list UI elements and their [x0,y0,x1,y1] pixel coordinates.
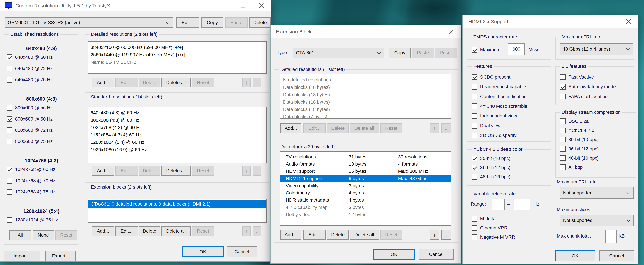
resolution-checkbox-row[interactable]: 640x480 @ 75 Hz [7,74,76,85]
checkbox[interactable] [560,118,566,124]
list-item[interactable]: 1152x864 (4:3) @ 60 Hz [88,131,266,139]
minimize-button[interactable] [215,0,234,11]
checkbox[interactable] [7,217,12,223]
close-button[interactable] [619,15,638,28]
checkbox[interactable] [7,54,12,60]
data-block-row[interactable]: HDMI support 15 bytes Max: 300 MHz [280,168,451,175]
checkbox[interactable] [7,167,12,172]
extension-edit-button[interactable]: Edit... [116,226,138,236]
list-item[interactable]: Data blocks (18 bytes) [280,91,451,98]
dsc-checkbox-row[interactable]: YCbCr 4:2:0 [560,126,634,135]
ext-detailed-add-button[interactable]: Add... [280,123,301,133]
feature-checkbox-row[interactable]: Independent view [472,111,547,121]
checkbox[interactable] [472,216,478,222]
checkbox[interactable] [472,123,478,129]
resolution-checkbox-row[interactable]: 1024x768 @ 60 Hz [7,164,76,175]
feature-checkbox-row[interactable]: SCDC present [472,72,547,82]
delete-display-button[interactable]: Delete [250,17,271,28]
checkbox[interactable] [7,116,12,122]
dsc-checkbox-row[interactable]: 36-bit (12 bpc) [560,144,634,153]
dsc-checkbox-row[interactable]: DSC 1.2a [560,116,634,126]
list-item[interactable]: Data blocks (18 bytes) [280,84,451,91]
dsc-checkbox-row[interactable]: 48-bit (16 bpc) [560,153,634,163]
checkbox[interactable] [7,127,12,133]
max-chunk-field[interactable] [606,230,617,243]
checkbox[interactable] [472,174,478,180]
feature-checkbox-row[interactable]: Read request capable [472,82,547,92]
close-button[interactable] [442,25,460,38]
data-blocks-delete-button[interactable]: Delete [327,230,349,240]
list-item[interactable]: Data blocks (7 bytes) [280,113,451,119]
list-item[interactable]: 3840x2160 @ 60.000 Hz (594.00 MHz) [+/+] [88,44,266,51]
checkbox[interactable] [560,164,566,170]
list-item[interactable]: 1280x1024 (5:4) @ 60 Hz [88,139,266,146]
checkbox[interactable] [560,137,566,142]
vrr-checkbox-row[interactable]: Negative M VRR [472,233,547,242]
list-item[interactable]: CTA-861: 0 detailed resolutions, 9 data … [88,201,266,208]
checkbox[interactable] [7,105,12,111]
checkbox[interactable] [472,74,478,80]
feature-checkbox-row[interactable]: Fast Vactive [560,72,632,82]
close-button[interactable] [252,0,271,11]
data-blocks-move-down-button[interactable]: ↓ [441,230,451,240]
resolution-checkbox-row[interactable]: 1280x1024 @ 75 Hz [7,214,76,226]
data-block-row[interactable]: HDR static metadata 4 bytes [280,197,451,204]
list-item[interactable]: Name: LG TV SSCR2 [88,58,266,66]
dsc-checkbox-row[interactable]: 30-bit (10 bpc) [560,135,634,144]
hdmi-cancel-button[interactable]: Cancel [599,251,634,262]
data-block-row[interactable]: Video capability 3 bytes [280,182,451,189]
vrr-range-max-field[interactable] [514,199,530,210]
data-blocks-move-up-button[interactable]: ↑ [430,230,440,240]
extension-add-button[interactable]: Add... [92,226,114,236]
data-block-row[interactable]: Audio formats 13 bytes 4 formats [280,160,451,168]
frl-selector[interactable]: 48 Gbps (12 x 4 lanes) [560,43,634,55]
main-titlebar[interactable]: Custom Resolution Utility 1.5.1 by Toast… [0,0,271,11]
main-cancel-button[interactable]: Cancel [227,247,257,257]
max-slices-selector[interactable]: Not supported [560,215,634,226]
vrr-checkbox-row[interactable]: M delta [472,214,547,223]
data-blocks-list[interactable]: TV resolutions 31 bytes 30 resolutions A… [280,151,452,226]
display-selector[interactable]: GSM0001 - LG TV SSCR2 (active) [5,17,173,28]
list-item[interactable]: 2560x1440 @ 119.997 Hz (497.75 MHz) [+/+… [88,51,266,58]
checkbox[interactable] [560,94,566,99]
ext-copy-button[interactable]: Copy [389,48,410,58]
checkbox[interactable] [472,156,478,161]
checkbox[interactable] [560,74,566,80]
deep-color-checkbox-row[interactable]: 48-bit (16 bpc) [472,172,547,181]
detailed-add-button[interactable]: Add... [92,78,114,87]
standard-add-button[interactable]: Add... [92,166,114,176]
checkbox[interactable] [472,103,478,109]
checkbox[interactable] [560,155,566,161]
resolution-checkbox-row[interactable]: 1024x768 @ 75 Hz [7,186,76,198]
data-block-row[interactable]: HDMI 2.1 support 9 bytes Max: 48 Gbps [280,175,451,182]
type-selector[interactable]: CTA-861 [293,48,384,58]
data-blocks-delete-all-button[interactable]: Delete all [350,230,379,240]
checkbox[interactable] [472,165,478,171]
data-block-row[interactable]: Dolby video 12 bytes [280,211,451,218]
resolution-checkbox-row[interactable]: 640x480 @ 60 Hz [7,52,76,63]
checkbox[interactable] [7,178,12,184]
export-button[interactable]: Export... [45,251,76,261]
edit-display-button[interactable]: Edit... [176,17,199,28]
checkbox[interactable] [472,133,478,138]
standard-delete-all-button[interactable]: Delete all [161,166,191,176]
feature-checkbox-row[interactable]: 3D OSD disparity [472,131,547,140]
resolution-checkbox-row[interactable]: 800x600 @ 75 Hz [7,136,76,147]
checkbox[interactable] [472,94,478,99]
resolution-checkbox-row[interactable]: 800x600 @ 60 Hz [7,113,76,125]
list-item[interactable]: Data blocks (18 bytes) [280,98,451,106]
detailed-resolutions-list[interactable]: 3840x2160 @ 60.000 Hz (594.00 MHz) [+/+]… [88,41,267,74]
extension-delete-all-button[interactable]: Delete all [161,226,191,236]
tmds-maximum-checkbox-row[interactable]: Maximum: [472,47,502,53]
ext-cancel-button[interactable]: Cancel [419,249,454,260]
resolution-checkbox-row[interactable]: 640x480 @ 72 Hz [7,63,76,74]
list-item[interactable]: 800x600 (4:3) @ 60 Hz [88,116,266,124]
checkbox[interactable] [560,146,566,152]
checkbox[interactable] [472,225,478,231]
checkbox[interactable] [560,128,566,133]
tmds-value-field[interactable]: 600 [508,43,525,55]
checkbox[interactable] [7,77,12,83]
standard-resolutions-list[interactable]: 640x480 (4:3) @ 60 Hz800x600 (4:3) @ 60 … [88,107,267,163]
ext-ok-button[interactable]: OK [373,249,415,260]
checkbox[interactable] [7,189,12,195]
